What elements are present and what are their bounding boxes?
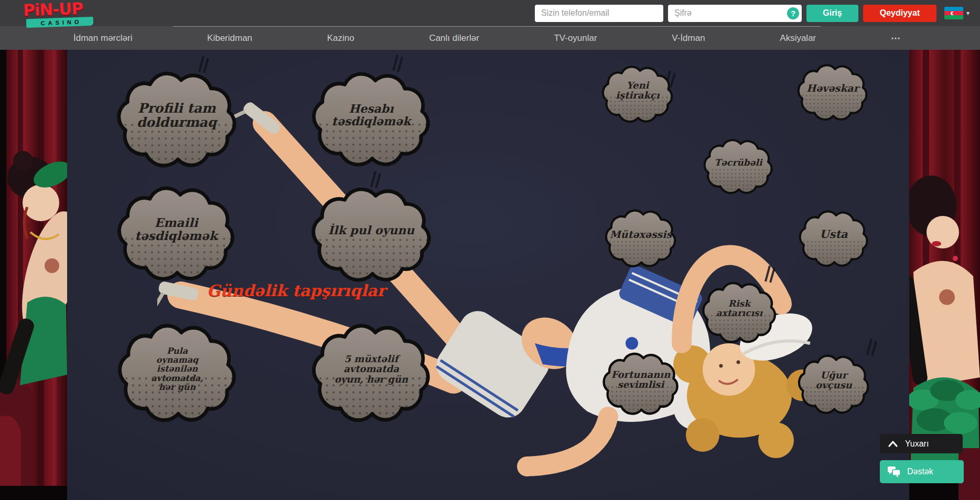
login-button[interactable]: Giriş — [806, 5, 858, 22]
task-cloud: Usta — [795, 209, 873, 269]
task-cloud: 5 müxtəlif avtomatda oyun, hər gün — [305, 321, 437, 426]
nav-more-button[interactable]: ⋯ — [886, 30, 907, 46]
task-cloud-label: Profili tam doldurmaq — [110, 69, 244, 171]
auth-bar: ? Giriş Qeydiyyat ▾ — [535, 4, 970, 22]
task-cloud-label: Fortunanın sevimlisi — [598, 351, 683, 417]
nav-item-v-i-dman[interactable]: V-İdman — [666, 31, 710, 46]
nav-item-kazino[interactable]: Kazino — [322, 31, 360, 46]
task-cloud: İlk pul oyunu — [305, 184, 438, 285]
task-cloud-label: İlk pul oyunu — [305, 184, 438, 285]
task-cloud: Hesabı təsdiqləmək — [305, 69, 437, 170]
task-cloud-label: Usta — [795, 209, 873, 269]
task-cloud-label: Uğur ovçusu — [794, 353, 874, 416]
task-cloud-label: Pula oynamaq istənilən avtomatda, hər gü… — [111, 321, 243, 426]
main-navbar: İdman mərcləriKiberidmanKazinoCanlı dile… — [0, 26, 980, 50]
task-cloud: Uğur ovçusu — [794, 353, 874, 416]
nav-item-tv-oyunlar[interactable]: TV-oyunlar — [548, 31, 602, 46]
task-cloud-label: Risk axtarıcısı — [698, 280, 781, 345]
scroll-to-top-button[interactable]: Yuxarı — [880, 434, 963, 453]
task-cloud: Profili tam doldurmaq — [110, 69, 244, 171]
task-cloud: Təcrübəli — [699, 137, 777, 196]
task-cloud: Risk axtarıcısı — [698, 280, 781, 345]
logo-text: PiN-UP — [23, 0, 102, 18]
task-cloud-label: Mütəxəssis — [601, 208, 681, 269]
nav-item-i-dman-mərcləri[interactable]: İdman mərcləri — [68, 31, 137, 46]
azerbaijan-flag-icon — [944, 7, 963, 19]
language-switcher[interactable]: ▾ — [944, 7, 970, 19]
support-label: Dəstək — [907, 467, 933, 476]
phone-email-input[interactable] — [535, 5, 663, 22]
password-help-icon[interactable]: ? — [787, 7, 799, 19]
task-cloud: Mütəxəssis — [601, 208, 681, 269]
daily-tasks-banner: Profili tam doldurmaqHesabı təsdiqləməkY… — [0, 50, 980, 500]
pin-up-logo[interactable]: PiN-UP CASINO — [23, 1, 102, 27]
nav-list: İdman mərcləriKiberidmanKazinoCanlı dile… — [68, 26, 907, 50]
daily-tasks-title: Gündəlik tapşırıqlar — [199, 281, 393, 300]
task-cloud-label: Yeni iştirakçı — [598, 64, 677, 125]
scroll-to-top-label: Yuxarı — [905, 439, 929, 449]
task-cloud: Fortunanın sevimlisi — [598, 351, 683, 417]
clouds-layer: Profili tam doldurmaqHesabı təsdiqləməkY… — [0, 50, 980, 500]
task-cloud-label: Həvəskar — [793, 62, 872, 123]
chevron-up-icon — [887, 440, 899, 448]
task-cloud-label: 5 müxtəlif avtomatda oyun, hər gün — [305, 321, 437, 426]
task-cloud: Yeni iştirakçı — [598, 64, 677, 125]
task-cloud: Emaili təsdiqləmək — [111, 183, 242, 284]
task-cloud-label: Hesabı təsdiqləmək — [305, 69, 437, 170]
logo-casino-band: CASINO — [26, 17, 94, 28]
password-wrap: ? — [668, 5, 802, 22]
nav-item-canl-dilerlər[interactable]: Canlı dilerlər — [424, 31, 484, 46]
task-cloud: Həvəskar — [793, 62, 872, 123]
task-cloud-label: Təcrübəli — [699, 137, 777, 196]
chat-icon — [887, 466, 901, 477]
register-button[interactable]: Qeydiyyat — [863, 5, 936, 22]
task-cloud-label: Emaili təsdiqləmək — [111, 183, 242, 284]
top-header: PiN-UP CASINO ? Giriş Qeydiyyat ▾ — [0, 0, 980, 26]
chevron-down-icon: ▾ — [966, 9, 970, 17]
nav-item-kiberidman[interactable]: Kiberidman — [202, 31, 257, 46]
support-button[interactable]: Dəstək — [880, 460, 964, 483]
nav-item-aksiyalar[interactable]: Aksiyalar — [774, 31, 821, 46]
password-input[interactable] — [668, 5, 802, 22]
task-cloud: Pula oynamaq istənilən avtomatda, hər gü… — [111, 321, 243, 426]
